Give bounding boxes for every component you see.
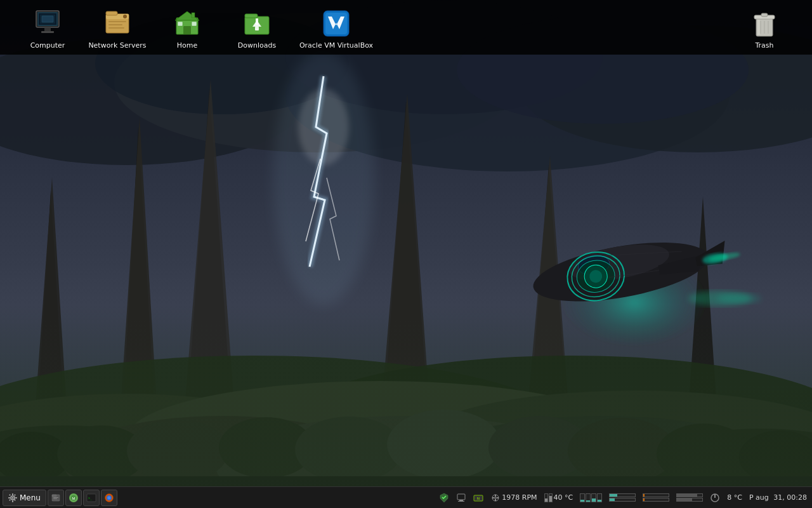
svg-rect-70 (108, 21, 126, 22)
system-tray: N 1978 RPM (436, 490, 809, 506)
gear-icon (8, 493, 17, 502)
svg-rect-63 (41, 31, 54, 33)
taskbar: Menu M >_ (0, 486, 812, 508)
fan-icon (490, 493, 501, 503)
files-icon (51, 493, 61, 503)
svg-rect-97 (12, 493, 13, 495)
svg-point-96 (12, 497, 14, 498)
svg-point-116 (107, 496, 110, 499)
gpu-icon: N (473, 493, 483, 503)
svg-rect-84 (256, 18, 258, 25)
power-tray-btn[interactable] (707, 490, 723, 506)
datetime-month: P aug (749, 493, 769, 502)
svg-rect-78 (192, 22, 197, 26)
power-icon (710, 493, 720, 503)
svg-rect-119 (459, 500, 463, 501)
battery-tray-btn[interactable]: 8 °C (724, 490, 745, 506)
cpu-bars (580, 493, 602, 502)
trash-label: Trash (755, 41, 773, 50)
svg-rect-120 (458, 501, 464, 502)
svg-rect-76 (183, 26, 191, 34)
datetime-tray-btn[interactable]: P aug 31, 00:28 (747, 490, 809, 506)
cpu-tray-btn[interactable] (577, 490, 605, 506)
home-icon-btn[interactable]: Home (152, 3, 222, 52)
computer-icon-btn[interactable]: Computer (13, 3, 82, 52)
trash-icon (749, 8, 780, 39)
antivirus-tray-btn[interactable] (436, 490, 452, 506)
fan-rpm-text: 1978 RPM (502, 493, 537, 502)
svg-rect-90 (761, 13, 768, 17)
network-servers-icon (102, 8, 133, 39)
network-tray-icon (456, 493, 466, 503)
downloads-label: Downloads (238, 41, 276, 50)
network-tray-btn[interactable] (454, 490, 469, 506)
svg-point-58 (717, 293, 761, 304)
taskbar-terminal-btn[interactable]: >_ (83, 490, 100, 506)
svg-text:N: N (477, 497, 480, 500)
svg-rect-103 (9, 499, 11, 501)
menu-label: Menu (20, 493, 41, 502)
network-servers-label: Network Servers (88, 41, 146, 50)
battery-text: 8 °C (727, 493, 742, 502)
svg-text:>_: >_ (88, 496, 93, 500)
svg-rect-98 (12, 500, 13, 502)
desktop: Computer Network Servers (0, 0, 812, 508)
oracle-vm-icon-btn[interactable]: Oracle VM VirtualBox (292, 3, 381, 52)
top-icon-bar: Computer Network Servers (0, 0, 812, 55)
svg-rect-118 (457, 494, 465, 500)
svg-rect-69 (106, 11, 117, 15)
home-label: Home (177, 41, 197, 50)
computer-icon (32, 8, 63, 39)
svg-rect-100 (15, 497, 17, 498)
computer-label: Computer (30, 41, 65, 50)
svg-rect-72 (108, 27, 124, 29)
temp-text: 40 °C (554, 493, 573, 502)
fan-tray-btn[interactable]: 1978 RPM (488, 490, 539, 506)
svg-rect-106 (52, 495, 56, 497)
svg-rect-108 (53, 498, 57, 499)
terminal-icon: >_ (86, 493, 96, 503)
svg-rect-94 (757, 20, 760, 35)
menu-button[interactable]: Menu (3, 490, 46, 506)
temp-tray-btn[interactable]: 40 °C (542, 490, 576, 506)
svg-text:M: M (72, 497, 75, 500)
svg-rect-59 (0, 318, 812, 508)
taskbar-linuxmint-btn[interactable]: M (65, 490, 82, 506)
taskbar-files-btn[interactable] (48, 490, 64, 506)
network-traffic-btn[interactable] (640, 490, 672, 506)
network-servers-icon-btn[interactable]: Network Servers (82, 3, 152, 52)
svg-rect-71 (108, 24, 122, 25)
trash-icon-btn[interactable]: Trash (730, 3, 799, 52)
svg-point-73 (123, 15, 127, 18)
svg-marker-75 (175, 11, 199, 20)
svg-rect-101 (9, 494, 11, 496)
home-icon (172, 8, 202, 39)
linuxmint-icon: M (69, 493, 79, 503)
oracle-vm-icon (321, 8, 351, 39)
svg-rect-62 (44, 27, 51, 31)
svg-rect-107 (53, 497, 58, 498)
svg-rect-83 (255, 27, 259, 30)
disk-tray-btn[interactable] (674, 490, 705, 506)
downloads-icon (242, 8, 272, 39)
svg-rect-77 (178, 22, 183, 26)
memory-tray-btn[interactable] (606, 490, 638, 506)
datetime-value: 31, 00:28 (773, 493, 807, 502)
oracle-vm-label: Oracle VM VirtualBox (299, 41, 373, 50)
svg-rect-99 (8, 497, 10, 498)
svg-rect-79 (192, 13, 195, 18)
downloads-icon-btn[interactable]: Downloads (222, 3, 292, 52)
svg-rect-104 (14, 494, 16, 496)
browser-icon (104, 493, 114, 503)
shield-icon (439, 493, 449, 503)
gpu-tray-btn[interactable]: N (471, 490, 486, 506)
svg-point-124 (494, 497, 497, 499)
svg-rect-66 (42, 16, 53, 22)
svg-rect-81 (245, 14, 258, 18)
wallpaper (0, 0, 812, 508)
taskbar-browser-btn[interactable] (101, 490, 117, 506)
